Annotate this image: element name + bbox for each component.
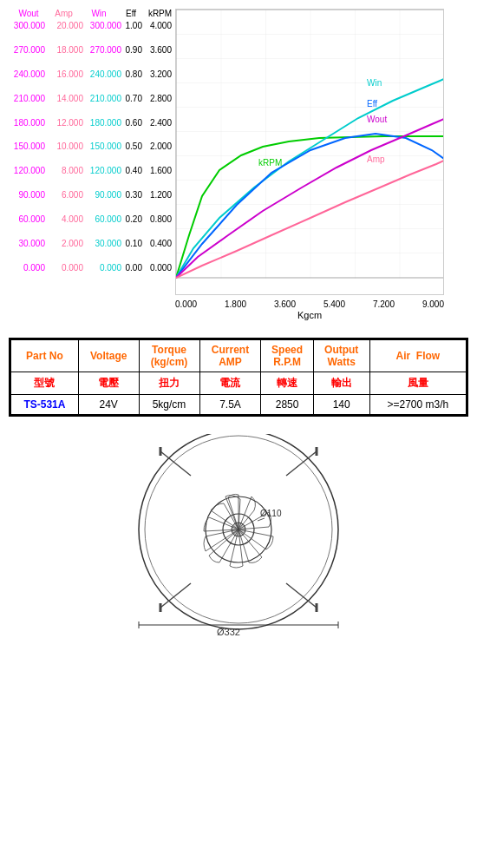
y-axis-labels: 300.00020.000300.0001.004.000 270.00018.…	[9, 21, 173, 290]
amp-label: Amp	[367, 155, 385, 164]
chart-plot-area: Win Eff Wout Amp kRPM 0.000 1.800 3.600 …	[175, 9, 468, 320]
header-eff: Eff	[119, 9, 143, 18]
y-eff-0: 1.00	[123, 21, 142, 30]
th-partno: Part No	[11, 340, 79, 372]
td-speed: 2850	[261, 395, 313, 415]
x-axis-labels: 0.000 1.800 3.600 5.400 7.200 9.000	[175, 299, 444, 309]
outer-diameter-label: Ø332	[217, 627, 240, 637]
x-label-3: 5.400	[323, 299, 345, 309]
fan-diagram-svg: Ø332 Ø110	[91, 434, 386, 642]
th-cn-voltage: 電壓	[78, 372, 139, 395]
th-cn-airflow: 風量	[369, 372, 466, 395]
svg-line-9	[286, 451, 317, 476]
td-airflow: >=2700 m3/h	[369, 395, 466, 415]
svg-line-18	[258, 518, 265, 521]
header-win: Win	[81, 9, 117, 18]
table-row: TS-531A 24V 5kg/cm 7.5A 2850 140 >=2700 …	[11, 395, 467, 415]
td-partno: TS-531A	[11, 395, 79, 415]
chart-section: Wout Amp Win Eff kRPM 300.00020.000300.0…	[0, 0, 477, 320]
td-torque: 5kg/cm	[139, 395, 199, 415]
th-output: OutputWatts	[313, 340, 369, 372]
y-wout-0: 300.000	[9, 21, 45, 30]
x-label-5: 9.000	[422, 299, 444, 309]
td-voltage: 24V	[78, 395, 139, 415]
data-table: Part No Voltage Torque(kg/cm) CurrentAMP…	[9, 338, 468, 417]
fan-diagram-section: Ø332 Ø110	[91, 434, 386, 645]
th-airflow: Air Flow	[369, 340, 466, 372]
th-cn-partno: 型號	[11, 372, 79, 395]
x-label-2: 3.600	[274, 299, 296, 309]
th-speed: SpeedR.P.M	[261, 340, 313, 372]
inner-diameter-label: Ø110	[260, 509, 282, 518]
eff-label: Eff	[367, 99, 377, 108]
svg-line-11	[160, 583, 191, 608]
th-cn-current: 電流	[199, 372, 261, 395]
y-krpm-0: 4.000	[144, 21, 172, 30]
header-wout: Wout	[10, 9, 47, 18]
th-torque: Torque(kg/cm)	[139, 340, 199, 372]
y-win-0: 300.000	[85, 21, 121, 30]
th-current: CurrentAMP	[199, 340, 261, 372]
svg-line-7	[160, 451, 191, 476]
x-label-1: 1.800	[225, 299, 246, 309]
header-amp: Amp	[49, 9, 79, 18]
td-output: 140	[313, 395, 369, 415]
x-label-0: 0.000	[175, 299, 197, 309]
y-amp-0: 20.000	[47, 21, 83, 30]
svg-rect-0	[176, 10, 444, 279]
svg-line-13	[286, 583, 317, 608]
x-label-4: 7.200	[373, 299, 395, 309]
krpm-label: kRPM	[258, 158, 282, 168]
th-voltage: Voltage	[78, 340, 139, 372]
x-axis-title: Kgcm	[175, 310, 444, 320]
header-krpm: kRPM	[145, 9, 175, 18]
wout-label: Wout	[367, 115, 387, 124]
th-cn-torque: 扭力	[139, 372, 199, 395]
chart-svg: Win Eff Wout Amp kRPM	[175, 9, 444, 295]
win-label: Win	[367, 78, 382, 88]
th-cn-output: 輸出	[313, 372, 369, 395]
th-cn-speed: 轉速	[261, 372, 313, 395]
td-current: 7.5A	[199, 395, 261, 415]
